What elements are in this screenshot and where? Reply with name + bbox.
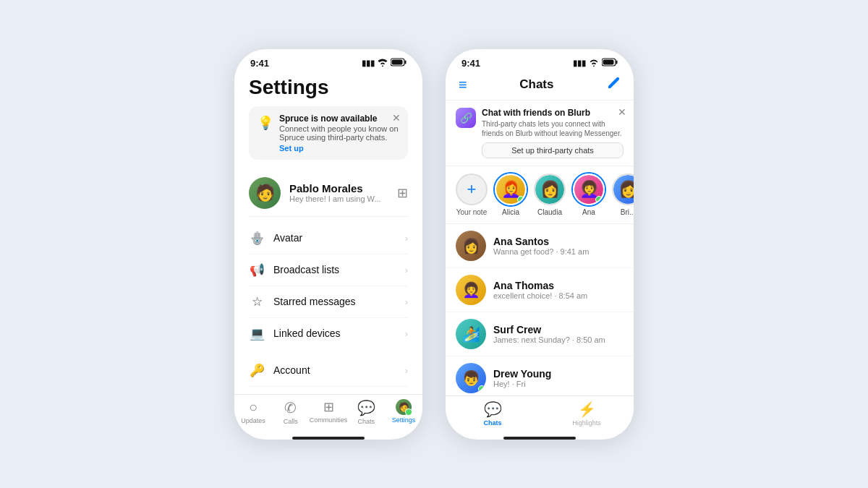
banner-close-icon[interactable]: ✕ [392,112,401,124]
status-icons-settings: ▮▮▮ [362,58,407,68]
tab-bar-settings: ○ Updates ✆ Calls ⊞ Communities 💬 Chats … [234,394,422,434]
story-alicia[interactable]: 👩‍🦰 Alicia [495,174,527,216]
story-avatar-ana: 👩‍🦱 [573,174,605,205]
chat-preview-ana-thomas-1: excellent choice! · 8:54 am [493,291,616,300]
chat-list: 👩 Ana Santos Wanna get food? · 9:41 am 👩… [446,224,634,395]
chats-main-title: Chats [519,77,553,92]
chat-avatar-drew-young: 👦 [456,363,486,393]
signal-icon: ▮▮▮ [362,59,375,68]
story-label-bri: Bri... [621,208,634,216]
signal-icon-chats: ▮▮▮ [573,59,586,68]
tab-settings-active[interactable]: 🧑 Settings [385,399,422,425]
blurb-banner: 🔗 Chat with friends on Blurb Third-party… [446,100,634,166]
communities-icon: ⊞ [323,399,334,415]
menu-item-privacy[interactable]: 🔒Privacy › [249,387,408,394]
wifi-icon [378,59,388,68]
calls-icon: ✆ [284,399,297,416]
chat-name-ana-santos: Ana Santos [493,236,616,247]
story-avatar-alicia: 👩‍🦰 [495,174,527,205]
story-your-note[interactable]: + Your note [456,174,488,216]
tab-calls[interactable]: ✆ Calls [272,399,310,425]
story-label-ana: Ana [582,208,595,216]
chat-item-surf-crew[interactable]: 🏄 Surf Crew James: next Sunday? · 8:50 a… [446,312,634,356]
story-label-claudia: Claudia [537,208,562,216]
status-icons-chats: ▮▮▮ [573,58,618,68]
svg-rect-4 [616,61,618,64]
banner-text: Spruce is now available Connect with peo… [279,114,399,153]
story-ana[interactable]: 👩‍🦱 Ana [573,174,605,216]
tab-updates[interactable]: ○ Updates [234,399,272,425]
chat-name-drew-young: Drew Young [493,368,616,380]
chevron-right-icon-2: › [405,265,408,275]
tab-chats-settings-bar[interactable]: 💬 Chats [347,399,385,425]
avatar: 🧑 [249,177,281,209]
banner-title: Spruce is now available [279,114,399,124]
banner-link[interactable]: Set up [279,144,399,153]
svg-rect-1 [405,61,407,64]
menu-item-broadcast[interactable]: 📢Broadcast lists › [249,254,408,286]
menu-item-avatar[interactable]: 🪬Avatar › [249,223,408,254]
time-chats: 9:41 [461,58,480,69]
menu-hamburger-icon[interactable]: ≡ [459,77,467,93]
chat-info-surf-crew: Surf Crew James: next Sunday? · 8:50 am [493,324,616,344]
profile-name: Pablo Morales [289,182,388,194]
chat-item-ana-santos[interactable]: 👩 Ana Santos Wanna get food? · 9:41 am [446,224,634,268]
chats-tab-bar: 💬 Chats ⚡ Highlights [446,395,634,434]
blurb-close-icon[interactable]: ✕ [618,106,626,118]
tab-communities[interactable]: ⊞ Communities [310,399,348,425]
chat-info-ana-thomas-1: Ana Thomas excellent choice! · 8:54 am [493,280,616,300]
compose-icon[interactable] [606,76,621,94]
battery-icon-chats [602,58,618,68]
menu-label-linked: Linked devices [273,328,341,339]
chat-item-ana-thomas-1[interactable]: 👩‍🦱 Ana Thomas excellent choice! · 8:54 … [446,268,634,312]
story-label-alicia: Alicia [502,208,519,216]
settings-phone: 9:41 ▮▮▮ Settings 💡 Spruce is now availa… [234,49,422,440]
chats-tab-highlights[interactable]: ⚡ Highlights [540,401,634,427]
chats-tab-icon: 💬 [357,399,375,416]
home-indicator-settings [292,437,365,440]
avatar-menu-icon: 🪬 [249,231,265,246]
online-dot-ana [595,196,603,203]
chat-info-drew-young: Drew Young Hey! · Fri [493,368,616,388]
menu-label-account: Account [273,364,310,376]
menu-item-starred[interactable]: ☆Starred messages › [249,286,408,318]
settings-avatar-icon: 🧑 [396,399,412,415]
tab-label-communities: Communities [310,416,348,424]
online-dot-alicia [517,196,524,203]
setup-third-party-button[interactable]: Set up third-party chats [482,142,624,158]
chats-tab-chats[interactable]: 💬 Chats [446,401,540,427]
chat-avatar-surf-crew: 🏄 [456,319,486,349]
story-avatar-bri: 👩 [612,174,634,205]
chat-item-drew-young[interactable]: 👦 Drew Young Hey! · Fri [446,356,634,395]
story-avatar-claudia: 👩 [534,174,566,205]
menu-label-avatar: Avatar [273,232,302,244]
story-claudia[interactable]: 👩 Claudia [534,174,566,216]
tab-label-settings: Settings [392,416,416,424]
tab-label-calls: Calls [284,418,298,425]
online-dot-drew [478,385,485,393]
chat-avatar-ana-thomas-1: 👩‍🦱 [456,275,486,305]
key-icon: 🔑 [249,363,265,378]
chats-header: ≡ Chats [446,72,634,100]
menu-section-2: 🔑Account › 🔒Privacy › 💬Chats › [249,355,408,394]
battery-icon [391,58,407,68]
menu-section-1: 🪬Avatar › 📢Broadcast lists › ☆Starred me… [249,223,408,349]
story-bri[interactable]: 👩 Bri... [612,174,634,216]
laptop-icon: 💻 [249,326,265,341]
chat-preview-surf-crew: James: next Sunday? · 8:50 am [493,335,616,344]
settings-content: Settings 💡 Spruce is now available Conne… [234,72,422,394]
stories-row: + Your note 👩‍🦰 Alicia 👩 Claudia [446,166,634,224]
qr-icon[interactable]: ⊞ [397,185,408,201]
menu-item-linked[interactable]: 💻Linked devices › [249,318,408,349]
home-indicator-chats [503,437,576,440]
banner-desc: Connect with people you know on Spruce u… [279,124,399,142]
chat-name-ana-thomas-1: Ana Thomas [493,280,616,291]
bulb-icon: 💡 [258,115,273,131]
menu-item-account[interactable]: 🔑Account › [249,355,408,387]
tab-label-chats-bar: Chats [357,418,375,425]
profile-info: Pablo Morales Hey there! I am using W... [289,182,388,203]
chats-tab-highlights-label: Highlights [572,419,601,427]
wifi-icon-chats [589,59,599,68]
add-story-button[interactable]: + [456,174,488,205]
profile-row[interactable]: 🧑 Pablo Morales Hey there! I am using W.… [249,170,408,217]
